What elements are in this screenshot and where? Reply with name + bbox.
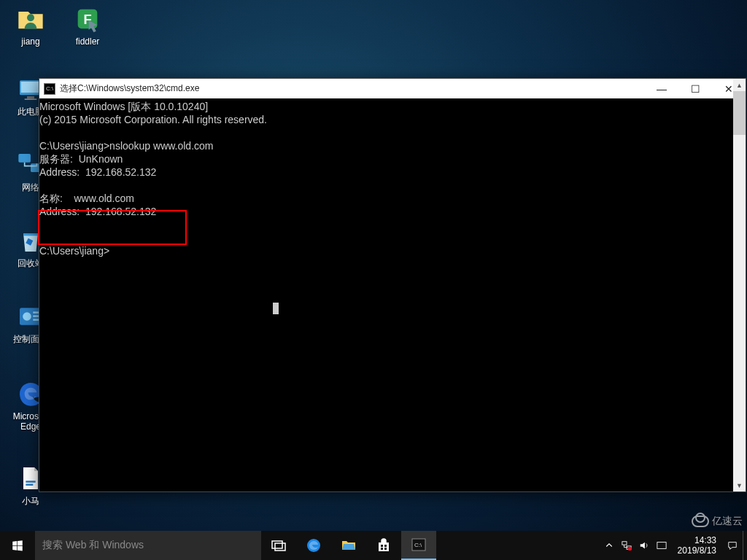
clock-time: 14:33 [678,535,716,545]
cmd-icon: C:\ [410,536,427,553]
show-desktop-button[interactable] [743,531,747,560]
svg-rect-16 [272,541,282,548]
svg-rect-14 [26,481,35,483]
svg-point-0 [27,14,34,21]
edge-icon [305,537,322,554]
maximize-button[interactable]: ☐ [678,79,712,98]
taskbar-cmd[interactable]: C:\ [401,531,436,560]
svg-rect-21 [381,548,383,550]
cmd-window: C:\ 选择C:\Windows\system32\cmd.exe — ☐ ✕ … [39,78,746,492]
cmd-line: 名称: www.old.com [39,192,134,204]
watermark: 亿速云 [692,515,743,528]
svg-point-10 [23,312,31,321]
search-placeholder: 搜索 Web 和 Windows [42,539,144,552]
tray-network-icon[interactable] [621,540,632,551]
user-folder-icon [16,4,45,34]
scroll-thumb[interactable] [733,91,746,135]
scrollbar[interactable]: ▲ ▼ [733,79,746,491]
taskbar-edge[interactable] [296,531,331,560]
watermark-text: 亿速云 [712,515,743,528]
svg-rect-4 [21,82,41,93]
cmd-line: Address: 192.168.52.132 [39,206,156,217]
cmd-line: C:\Users\jiang>nslookup www.old.com [39,140,214,152]
windows-logo-icon [11,539,24,552]
cmd-line: (c) 2015 Microsoft Corporation. All righ… [39,114,267,125]
tray-notifications-icon[interactable] [727,540,738,551]
folder-icon [340,537,357,554]
scroll-track[interactable] [733,135,746,479]
search-input[interactable]: 搜索 Web 和 Windows [35,531,261,560]
tray-chevron-up-icon[interactable] [603,540,615,551]
desktop-icon-jiang[interactable]: jiang [3,4,58,47]
desktop-icon-fiddler[interactable]: F fiddler [60,4,115,47]
cmd-output[interactable]: Microsoft Windows [版本 10.0.10240] (c) 20… [39,98,746,491]
scroll-down-icon[interactable]: ▼ [733,479,746,491]
svg-point-18 [307,539,320,552]
svg-rect-6 [25,98,37,100]
tray-volume-icon[interactable] [638,540,650,551]
svg-text:C:\: C:\ [414,542,422,548]
task-view-button[interactable] [261,531,296,560]
taskbar-clock[interactable]: 14:33 2019/8/13 [673,535,721,556]
task-view-icon [270,537,287,554]
cmd-prompt: C:\Users\jiang> [39,245,109,257]
window-title: 选择C:\Windows\system32\cmd.exe [60,82,645,95]
svg-rect-17 [275,543,285,551]
svg-rect-7 [18,154,31,163]
svg-rect-20 [384,545,387,547]
svg-rect-28 [657,542,665,549]
clock-date: 2019/8/13 [678,545,716,556]
cmd-icon: C:\ [44,83,55,95]
svg-point-27 [627,547,631,551]
taskbar: 搜索 Web 和 Windows C:\ 14:33 2019/8/13 [0,531,747,560]
icon-label: 小马 [3,496,58,506]
icon-label: jiang [3,36,58,47]
fiddler-icon: F [73,4,102,34]
svg-rect-22 [384,548,387,550]
text-cursor [273,303,279,314]
svg-rect-15 [26,484,33,486]
cmd-line: Microsoft Windows [版本 10.0.10240] [39,101,208,112]
cmd-titlebar[interactable]: C:\ 选择C:\Windows\system32\cmd.exe — ☐ ✕ [39,79,746,98]
window-buttons: — ☐ ✕ [645,79,746,98]
desktop: jiang F fiddler 此电脑 网络 回收站 [0,0,747,560]
cmd-line: Address: 192.168.52.132 [39,166,156,178]
scroll-up-icon[interactable]: ▲ [733,79,746,91]
taskbar-explorer[interactable] [331,531,366,560]
store-icon [375,537,392,554]
svg-rect-5 [27,96,34,98]
cmd-line: 服务器: UnKnown [39,153,123,165]
minimize-button[interactable]: — [645,79,678,98]
svg-rect-25 [622,542,626,545]
system-tray: 14:33 2019/8/13 [599,531,743,560]
start-button[interactable] [0,531,35,560]
taskbar-store[interactable] [366,531,401,560]
icon-label: fiddler [60,36,115,47]
svg-rect-19 [381,545,383,547]
tray-ime-icon[interactable] [656,540,667,551]
cloud-icon [692,516,709,527]
